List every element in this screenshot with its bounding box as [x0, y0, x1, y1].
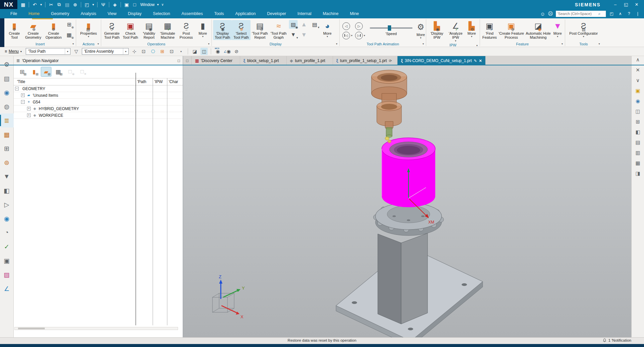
menu-item[interactable]: Internal: [292, 9, 317, 18]
shaded-view-icon[interactable]: ◪: [191, 48, 198, 55]
tab-close-icon[interactable]: ✕: [479, 59, 482, 63]
menu-item[interactable]: Display: [122, 9, 147, 18]
tree-row[interactable]: + ◈ HYBRID_GEOMETRY: [14, 105, 183, 112]
menu-item[interactable]: View: [102, 9, 122, 18]
right-rail-icon[interactable]: ▦: [635, 160, 640, 166]
right-rail-icon[interactable]: ▥: [635, 150, 640, 156]
tree-row[interactable]: + ▰ 'Unused Items: [14, 92, 183, 99]
tools-dialog-launcher-icon[interactable]: ▾: [599, 42, 600, 45]
tree-toggle[interactable]: +: [27, 107, 31, 110]
display-ipw-button[interactable]: ▙◉ 'Display IPW: [428, 20, 446, 40]
create-program-icon[interactable]: ⊞⊕: [65, 20, 73, 29]
display-dialog-launcher-icon[interactable]: ▾: [336, 42, 337, 45]
cut-icon[interactable]: ✂: [47, 1, 55, 8]
animation-dialog-launcher-icon[interactable]: ▾: [423, 42, 424, 45]
play-backward-button[interactable]: ◁: [342, 22, 350, 30]
column-divider[interactable]: [136, 73, 136, 325]
help-icon[interactable]: ?: [626, 11, 632, 16]
menu-item[interactable]: Assemblies: [176, 9, 208, 18]
column-title[interactable]: 'Title: [17, 79, 25, 84]
window-cascade-icon[interactable]: ▣: [123, 1, 130, 8]
microphone-icon[interactable]: Ψ: [100, 1, 107, 8]
document-tab[interactable]: ξ turn_profile_1_setup_1.prt ⟳: [333, 56, 398, 65]
document-tab[interactable]: ξ 3IN-CORD_DEMO_CuNi_setup_1.prt ✎ ✕: [397, 56, 486, 65]
fit-view-icon[interactable]: ◰: [83, 1, 91, 8]
document-tab[interactable]: ◆ turn_profile_1.prt: [287, 56, 333, 65]
tree-node-label[interactable]: G54: [33, 100, 40, 104]
tab-aux-icon[interactable]: ✎: [474, 59, 477, 63]
document-tab[interactable]: ▥ 'Discovery Center: [192, 56, 240, 65]
menu-item[interactable]: Tools: [208, 9, 229, 18]
filter-combo-caret-icon[interactable]: ▾: [65, 48, 70, 54]
right-rail-icon[interactable]: ▤: [635, 139, 640, 145]
window-menu[interactable]: Window: [140, 2, 155, 7]
restore-button[interactable]: ◱: [621, 1, 631, 8]
tool-path-report-button[interactable]: ▤Ƨ 'Tool Path Report: [251, 20, 269, 40]
tree-toggle[interactable]: −: [21, 100, 25, 104]
scope-combo-caret-icon[interactable]: ▾: [123, 48, 128, 54]
menu-button[interactable]: ≡ Menu ▾: [3, 48, 24, 54]
select-options-caret-icon[interactable]: ▾: [177, 48, 185, 55]
hide-all-icon[interactable]: ⊘: [233, 48, 240, 55]
geometry-view-icon[interactable]: ▰▤: [41, 67, 51, 76]
tree-toggle[interactable]: +: [21, 93, 25, 97]
check-tool-path-button[interactable]: ▣✓ Check Tool Path: [121, 20, 140, 40]
dock-page-icon[interactable]: □: [183, 56, 192, 65]
speed-slider-thumb[interactable]: [388, 25, 391, 31]
info-icon[interactable]: ❘: [635, 11, 641, 16]
close-button[interactable]: ✕: [632, 1, 641, 8]
tree-toggle[interactable]: +: [27, 113, 31, 117]
analyze-ipw-button[interactable]: ∠✓ 'Analyze IPW ▾: [446, 20, 465, 43]
notification-button[interactable]: 1 'Notification: [603, 338, 631, 342]
right-rail-icon[interactable]: ◉: [636, 98, 640, 104]
create-feature-process-button[interactable]: ▣⊕ 'Create Feature Process: [498, 20, 525, 40]
column-char[interactable]: 'Char: [169, 79, 178, 84]
display-tool-path-button[interactable]: Ƨ◉ 'Display Tool Path: [213, 20, 232, 40]
right-rail-icon[interactable]: ▣: [635, 88, 640, 94]
minimize-button[interactable]: –: [611, 1, 620, 8]
window-new-icon[interactable]: □: [131, 1, 138, 8]
document-tab[interactable]: ξ block_setup_1.prt: [240, 56, 287, 65]
select-tool-path-button[interactable]: Ƨ⊕ 'Select Tool Path: [232, 20, 251, 40]
menu-item[interactable]: Application: [229, 9, 261, 18]
speed-slider-track[interactable]: [370, 27, 413, 29]
post-configurator-button[interactable]: Ƨ▤ Post Configurator ▾: [568, 20, 599, 39]
ipw-dialog-launcher-icon[interactable]: ▾: [476, 44, 478, 47]
go-to-start-button[interactable]: ◁: [342, 32, 350, 39]
feature-more-button[interactable]: ▼ More ▾: [552, 20, 564, 39]
undo-icon[interactable]: ↶: [31, 1, 38, 8]
feedback-frown-icon[interactable]: ☹: [548, 11, 553, 17]
validity-report-button[interactable]: ▤◉ 'Validity Report: [140, 20, 158, 40]
menu-item[interactable]: Machine: [317, 9, 344, 18]
right-rail-icon[interactable]: ✕: [636, 67, 640, 73]
menu-item[interactable]: Geometry: [45, 9, 75, 18]
tree-node-label[interactable]: 'Unused Items: [33, 93, 58, 98]
selection-filter-combo[interactable]: 'Tool Path ▾: [26, 48, 70, 55]
wireframe-view-icon[interactable]: ◫: [200, 48, 208, 55]
create-geometry-button[interactable]: ▰⊕ Create Geometry: [23, 20, 43, 40]
feedback-smile-icon[interactable]: ☺: [540, 11, 545, 17]
display-more-button[interactable]: ◕ More ▾: [320, 20, 335, 39]
undo-dropdown-icon[interactable]: ▾: [39, 1, 43, 8]
ipw-more-button[interactable]: ▙⚙ More ▾: [465, 20, 478, 39]
automatic-hole-machining-button[interactable]: ◪◉ Automatic Hole Machining: [525, 20, 552, 40]
window-menu-caret-icon[interactable]: ▾: [156, 1, 160, 8]
list-options-icon[interactable]: ▤▾: [310, 20, 319, 29]
move-down-icon[interactable]: ▼: [300, 30, 308, 39]
panel-maximize-icon[interactable]: □: [178, 58, 180, 63]
menu-item[interactable]: File: [5, 9, 23, 18]
column-path[interactable]: 'Path: [137, 79, 146, 84]
show-datum-icon[interactable]: ∠◉: [223, 48, 231, 55]
save-icon[interactable]: ▦: [19, 1, 27, 8]
search-icon[interactable]: ⌕: [598, 11, 601, 16]
select-by-rectangle-icon[interactable]: ⊡: [140, 48, 147, 55]
properties-button[interactable]: ▮▤ Properties ▾: [77, 20, 100, 39]
move-up-icon[interactable]: ▲: [300, 20, 308, 29]
menu-item[interactable]: Home: [23, 9, 45, 18]
column-ipw[interactable]: 'IPW: [154, 79, 163, 84]
simulate-machine-button[interactable]: ▦✓ 'Simulate Machine: [158, 20, 177, 40]
tree-node-label[interactable]: GEOMETRY: [22, 86, 45, 91]
copy-icon[interactable]: ⧉: [55, 1, 63, 8]
tree-node-label[interactable]: WORKPIECE: [39, 113, 63, 118]
show-2d-ipw-icon[interactable]: ▨◉: [289, 20, 298, 29]
